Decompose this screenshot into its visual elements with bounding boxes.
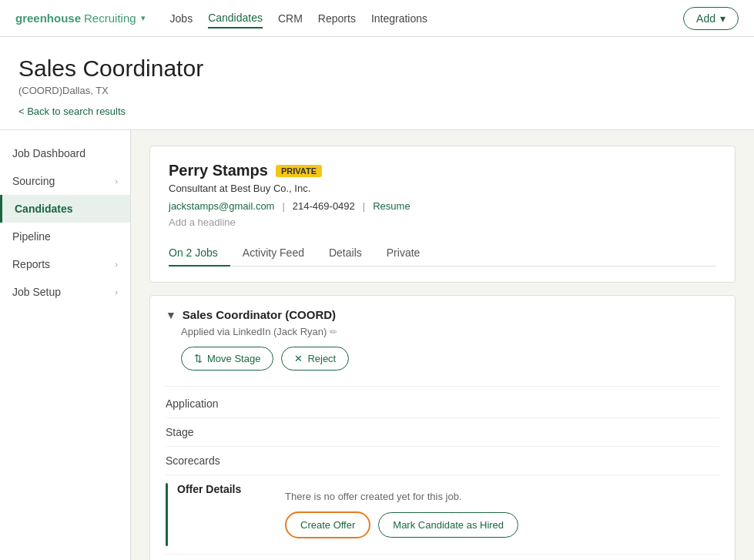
collapse-icon[interactable]: ▼ <box>166 309 176 321</box>
candidate-name-row: Perry Stamps PRIVATE <box>169 162 716 179</box>
application-row: Application <box>166 390 719 418</box>
create-offer-button[interactable]: Create Offer <box>285 511 370 538</box>
tab-private[interactable]: Private <box>374 240 433 267</box>
edit-application-icon[interactable]: ✏ <box>330 327 337 337</box>
tab-on-2-jobs[interactable]: On 2 Jobs <box>169 240 230 267</box>
private-badge: PRIVATE <box>276 165 322 177</box>
reject-icon: ✕ <box>294 353 303 364</box>
sidebar-item-reports[interactable]: Reports › <box>0 250 130 278</box>
job-header: Sales Coordinator (COORD)Dallas, TX < Ba… <box>0 37 754 130</box>
sidebar-item-sourcing[interactable]: Sourcing › <box>0 167 130 195</box>
sidebar-item-pipeline[interactable]: Pipeline <box>0 223 130 250</box>
sidebar-item-candidates[interactable]: Candidates <box>0 195 130 223</box>
candidate-resume-link[interactable]: Resume <box>373 200 410 212</box>
reject-button[interactable]: ✕ Reject <box>281 347 349 371</box>
offer-details-bar <box>166 483 168 546</box>
candidate-card: Perry Stamps PRIVATE Consultant at Best … <box>149 146 736 283</box>
add-headline[interactable]: Add a headline <box>169 216 716 228</box>
candidate-contact: jackstamps@gmail.com | 214-469-0492 | Re… <box>169 200 716 212</box>
job-section-header: ▼ Sales Coordinator (COORD) <box>166 308 719 321</box>
logo-greenhouse: greenhouse <box>15 12 81 25</box>
logo: greenhouse Recruiting ▾ <box>15 12 146 25</box>
logo-recruiting: Recruiting <box>84 12 136 25</box>
stage-label: Stage <box>166 426 273 438</box>
details-table: Application Stage Scorecards Offer Detai… <box>166 390 719 555</box>
sidebar: Job Dashboard Sourcing › Candidates Pipe… <box>0 130 131 560</box>
offer-empty-text: There is no offer created yet for this j… <box>285 491 719 502</box>
nav-links: Jobs Candidates CRM Reports Integrations <box>170 8 428 29</box>
divider <box>166 386 719 387</box>
offer-details-value: There is no offer created yet for this j… <box>285 483 719 546</box>
job-title: Sales Coordinator <box>18 55 736 82</box>
move-stage-icon: ⇅ <box>194 353 203 364</box>
scorecards-row: Scorecards <box>166 447 719 475</box>
sidebar-item-job-setup[interactable]: Job Setup › <box>0 278 130 306</box>
stage-row: Stage <box>166 418 719 447</box>
nav-jobs[interactable]: Jobs <box>170 9 193 28</box>
candidate-phone: 214-469-0492 <box>293 200 355 212</box>
offer-details-label: Offer Details <box>177 483 285 546</box>
job-subtitle: (COORD)Dallas, TX <box>18 85 736 96</box>
add-chevron-icon: ▾ <box>720 12 726 25</box>
job-section-title: Sales Coordinator (COORD) <box>183 308 336 321</box>
sidebar-item-job-dashboard[interactable]: Job Dashboard <box>0 139 130 167</box>
logo-chevron-icon[interactable]: ▾ <box>141 13 146 23</box>
offer-details-row: Offer Details There is no offer created … <box>166 475 719 555</box>
candidate-title: Consultant at Best Buy Co., Inc. <box>169 183 716 194</box>
action-buttons: ⇅ Move Stage ✕ Reject <box>181 347 719 371</box>
tab-details[interactable]: Details <box>317 240 374 267</box>
job-setup-chevron-icon: › <box>115 287 118 297</box>
nav-candidates[interactable]: Candidates <box>208 8 263 29</box>
main-layout: Job Dashboard Sourcing › Candidates Pipe… <box>0 130 754 560</box>
mark-candidate-as-hired-button[interactable]: Mark Candidate as Hired <box>378 512 518 538</box>
back-to-search-link[interactable]: < Back to search results <box>18 106 126 117</box>
add-button[interactable]: Add ▾ <box>683 7 739 30</box>
nav-integrations[interactable]: Integrations <box>371 9 427 28</box>
offer-section: There is no offer created yet for this j… <box>285 483 719 546</box>
tab-activity-feed[interactable]: Activity Feed <box>230 240 317 267</box>
main-content: Perry Stamps PRIVATE Consultant at Best … <box>131 130 754 560</box>
candidate-tabs: On 2 Jobs Activity Feed Details Private <box>169 240 716 267</box>
sourcing-chevron-icon: › <box>115 176 118 186</box>
reports-chevron-icon: › <box>115 260 118 269</box>
move-stage-button[interactable]: ⇅ Move Stage <box>181 347 273 371</box>
job-section-subtitle: Applied via LinkedIn (Jack Ryan) ✏ <box>181 326 719 337</box>
offer-buttons: Create Offer Mark Candidate as Hired <box>285 511 719 538</box>
top-navigation: greenhouse Recruiting ▾ Jobs Candidates … <box>0 0 754 37</box>
application-label: Application <box>166 397 273 410</box>
candidate-name: Perry Stamps <box>169 162 268 179</box>
job-application-section: ▼ Sales Coordinator (COORD) Applied via … <box>149 295 736 560</box>
nav-crm[interactable]: CRM <box>278 9 303 28</box>
scorecards-label: Scorecards <box>166 454 273 467</box>
candidate-email-link[interactable]: jackstamps@gmail.com <box>169 200 274 212</box>
nav-reports[interactable]: Reports <box>318 9 356 28</box>
